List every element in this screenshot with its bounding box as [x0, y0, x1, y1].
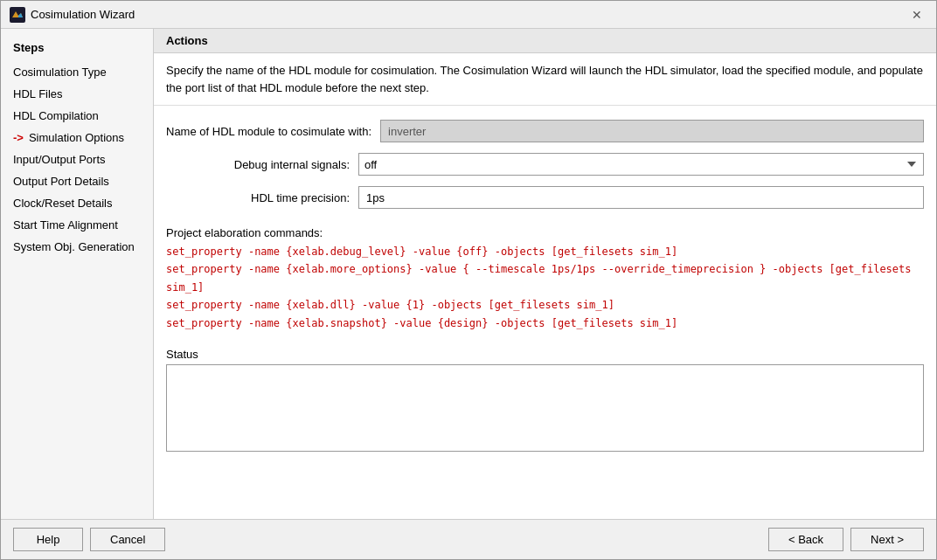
elaborate-command-1: set_property -name {xelab.more_options} … — [166, 260, 924, 296]
sidebar-item-hdl-compilation[interactable]: HDL Compilation — [1, 105, 153, 127]
titlebar: Cosimulation Wizard ✕ — [1, 1, 936, 29]
form-area: Name of HDL module to cosimulate with: d… — [154, 106, 936, 226]
hdl-time-control — [358, 186, 924, 209]
hdl-time-row: HDL time precision: — [166, 186, 924, 209]
elaborate-command-3: set_property -name {xelab.snapshot} -val… — [166, 315, 924, 332]
hdl-time-label: HDL time precision: — [166, 191, 358, 204]
hdl-module-label: Name of HDL module to cosimulate with: — [166, 125, 380, 138]
sidebar-item-system-obj-generation[interactable]: System Obj. Generation — [1, 236, 153, 258]
sidebar-item-label-hdl-compilation: HDL Compilation — [13, 109, 99, 122]
sidebar-item-label-output-port-details: Output Port Details — [13, 175, 109, 188]
sidebar: Steps Cosimulation Type HDL Files HDL Co… — [1, 29, 154, 519]
sidebar-item-simulation-options[interactable]: Simulation Options — [1, 127, 153, 149]
footer-left: Help Cancel — [13, 528, 165, 551]
elaborate-commands: set_property -name {xelab.debug_level} -… — [166, 243, 924, 332]
footer-right: < Back Next > — [768, 528, 924, 551]
sidebar-item-input-output-ports[interactable]: Input/Output Ports — [1, 149, 153, 170]
debug-signals-select[interactable]: off on — [358, 153, 924, 176]
sidebar-item-hdl-files[interactable]: HDL Files — [1, 83, 153, 105]
sidebar-item-label-cosimulation-type: Cosimulation Type — [13, 66, 107, 79]
sidebar-item-label-system-obj-generation: System Obj. Generation — [13, 240, 135, 253]
status-box — [166, 364, 924, 452]
elaborate-command-2: set_property -name {xelab.dll} -value {1… — [166, 296, 924, 314]
actions-description: Specify the name of the HDL module for c… — [154, 53, 936, 106]
sidebar-item-label-start-time-alignment: Start Time Alignment — [13, 218, 118, 232]
debug-signals-label: Debug internal signals: — [166, 158, 358, 171]
titlebar-left: Cosimulation Wizard — [10, 7, 135, 23]
elaborate-command-0: set_property -name {xelab.debug_level} -… — [166, 243, 924, 260]
window-title: Cosimulation Wizard — [31, 8, 135, 21]
sidebar-item-label-simulation-options: Simulation Options — [29, 131, 124, 144]
close-button[interactable]: ✕ — [906, 6, 927, 24]
sidebar-item-clock-reset-details[interactable]: Clock/Reset Details — [1, 192, 153, 214]
help-button[interactable]: Help — [13, 528, 83, 551]
elaborate-label: Project elaboration commands: — [166, 226, 924, 239]
sidebar-item-label-hdl-files: HDL Files — [13, 87, 63, 100]
status-label: Status — [166, 348, 924, 361]
matlab-logo-icon — [10, 7, 25, 23]
debug-signals-row: Debug internal signals: off on — [166, 153, 924, 176]
sidebar-item-output-port-details[interactable]: Output Port Details — [1, 170, 153, 192]
main-content: Steps Cosimulation Type HDL Files HDL Co… — [1, 29, 936, 519]
right-panel: Actions Specify the name of the HDL modu… — [154, 29, 936, 519]
sidebar-item-label-input-output-ports: Input/Output Ports — [13, 153, 106, 166]
hdl-module-row: Name of HDL module to cosimulate with: d… — [166, 120, 924, 142]
cancel-button[interactable]: Cancel — [90, 528, 165, 551]
back-button[interactable]: < Back — [768, 528, 843, 551]
sidebar-item-start-time-alignment[interactable]: Start Time Alignment — [1, 214, 153, 236]
hdl-module-control: document.querySelector('[data-name="hdl-… — [380, 120, 924, 142]
sidebar-title: Steps — [1, 38, 153, 61]
hdl-time-input[interactable] — [358, 186, 924, 209]
status-section: Status — [166, 348, 924, 452]
actions-header: Actions — [154, 29, 936, 53]
hdl-module-input[interactable] — [380, 120, 924, 142]
cosimulation-wizard-window: Cosimulation Wizard ✕ Steps Cosimulation… — [0, 0, 937, 560]
next-button[interactable]: Next > — [850, 528, 924, 551]
sidebar-item-label-clock-reset-details: Clock/Reset Details — [13, 197, 112, 210]
footer: Help Cancel < Back Next > — [1, 519, 936, 559]
sidebar-item-cosimulation-type[interactable]: Cosimulation Type — [1, 61, 153, 83]
debug-signals-control: off on — [358, 153, 924, 176]
elaborate-section: Project elaboration commands: set_proper… — [154, 226, 936, 339]
